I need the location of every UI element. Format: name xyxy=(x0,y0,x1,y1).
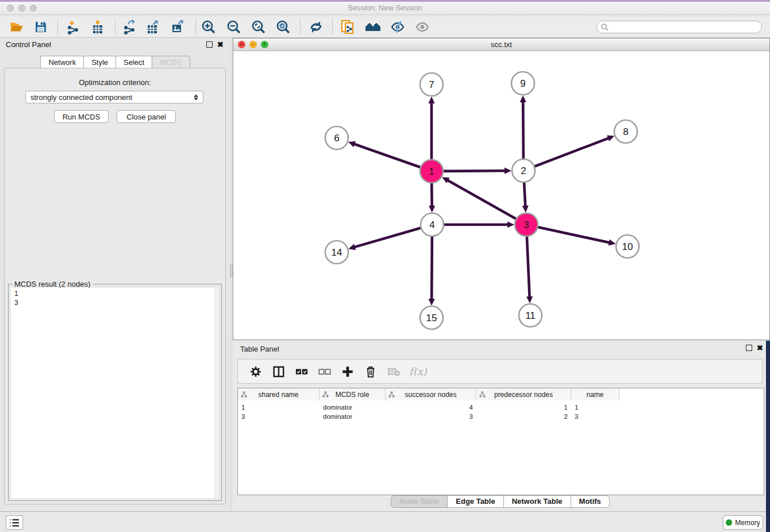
table-cell[interactable]: 3 xyxy=(238,412,319,421)
network-canvas[interactable]: 7968124314101511 xyxy=(233,51,769,340)
tab-mcds[interactable]: MCDS xyxy=(152,56,190,69)
delete-columns-icon[interactable] xyxy=(363,364,378,379)
main-toolbar xyxy=(0,17,770,38)
graph-edge-arrowhead xyxy=(507,221,514,228)
function-builder-icon[interactable]: f(x) xyxy=(409,365,427,377)
open-session-icon[interactable] xyxy=(8,18,25,36)
graph-edge-1-6[interactable] xyxy=(353,144,422,168)
memory-button[interactable]: Memory xyxy=(723,515,763,530)
zoom-out-icon[interactable] xyxy=(225,18,242,36)
search-field[interactable] xyxy=(596,21,762,33)
close-table-panel-icon[interactable]: ✖ xyxy=(757,345,763,351)
graph-edge-3-10[interactable] xyxy=(537,227,610,243)
column-header-mcds-role[interactable]: MCDS role xyxy=(319,388,386,400)
search-input[interactable] xyxy=(609,23,761,31)
table-settings-icon[interactable] xyxy=(248,364,263,379)
hide-selected-icon[interactable] xyxy=(389,18,406,36)
graph-edge-2-3[interactable] xyxy=(524,181,525,207)
column-header-label: name xyxy=(586,391,603,399)
tab-edge-table[interactable]: Edge Table xyxy=(447,495,503,508)
mcds-result-title: MCDS result (2 nodes) xyxy=(12,280,93,288)
tab-style[interactable]: Style xyxy=(83,56,116,69)
float-table-panel-icon[interactable] xyxy=(746,345,752,351)
close-panel-button[interactable]: Close panel xyxy=(117,110,176,123)
zoom-fit-icon[interactable] xyxy=(250,18,267,36)
status-bar: Memory xyxy=(0,511,770,532)
table-cell[interactable]: 4 xyxy=(386,403,476,412)
float-panel-icon[interactable] xyxy=(206,41,213,48)
select-stepper-icon xyxy=(194,94,198,101)
table-panel-title: Table Panel xyxy=(240,345,279,353)
tab-node-table[interactable]: Node Table xyxy=(391,495,448,508)
tab-select[interactable]: Select xyxy=(116,56,152,69)
table-panel-tabs: Node TableEdge TableNetwork TableMotifs xyxy=(233,495,767,508)
zoom-in-icon[interactable] xyxy=(200,18,217,36)
result-line: 3 xyxy=(14,298,214,307)
desktop-background xyxy=(766,341,770,532)
graph-edge-arrowhead xyxy=(348,244,356,250)
tab-network[interactable]: Network xyxy=(40,56,84,69)
graph-edge-2-8[interactable] xyxy=(533,138,609,167)
column-header-predecessor-nodes[interactable]: predecessor nodes xyxy=(476,388,571,400)
graph-edge-1-2[interactable] xyxy=(442,171,506,171)
task-history-button[interactable] xyxy=(6,515,23,530)
unselect-all-columns-icon[interactable] xyxy=(317,364,332,379)
tab-network-table[interactable]: Network Table xyxy=(503,495,571,508)
table-cell[interactable]: dominator xyxy=(319,403,386,412)
home-view-icon[interactable] xyxy=(364,18,382,36)
close-window-icon[interactable] xyxy=(7,5,14,11)
minimize-window-icon[interactable] xyxy=(18,5,25,11)
graph-edge-4-15[interactable] xyxy=(432,235,432,300)
run-mcds-button[interactable]: Run MCDS xyxy=(54,110,109,123)
import-table-icon[interactable] xyxy=(89,18,106,36)
zoom-selected-icon[interactable] xyxy=(275,18,292,36)
show-columns-icon[interactable] xyxy=(271,364,286,379)
show-all-icon[interactable] xyxy=(414,18,431,36)
import-network-icon[interactable] xyxy=(64,18,82,36)
delete-table-icon[interactable] xyxy=(386,364,401,379)
network-window-titlebar[interactable]: × − + scc.txt xyxy=(233,38,769,51)
graph-edge-4-14[interactable] xyxy=(354,228,422,247)
graph-node-label: 4 xyxy=(429,219,434,230)
table-cell[interactable]: 3 xyxy=(571,412,619,421)
optimization-criterion-select[interactable]: strongly connected component xyxy=(25,91,203,103)
table-cell[interactable]: 1 xyxy=(571,403,619,412)
select-all-columns-icon[interactable] xyxy=(294,364,309,379)
zoom-window-icon[interactable] xyxy=(30,5,37,11)
export-image-icon[interactable] xyxy=(170,18,187,36)
column-header-successor-nodes[interactable]: successor nodes xyxy=(386,388,476,400)
table-cell[interactable]: dominator xyxy=(319,412,386,421)
table-row[interactable]: 1dominator411 xyxy=(238,403,619,412)
table-cell[interactable]: 3 xyxy=(386,412,476,421)
traffic-lights[interactable] xyxy=(7,5,41,13)
toolbar-separator xyxy=(57,19,58,34)
column-header-label: successor nodes xyxy=(405,391,456,399)
save-session-icon[interactable] xyxy=(32,18,49,36)
export-table-icon[interactable] xyxy=(145,18,162,36)
column-header-shared-name[interactable]: shared name xyxy=(238,388,319,400)
mcds-result-scrollbar[interactable] xyxy=(214,288,219,498)
graph-edge-arrowhead xyxy=(428,97,434,103)
close-panel-icon[interactable]: ✖ xyxy=(217,41,224,48)
control-panel: Control Panel ✖ NetworkStyleSelectMCDS O… xyxy=(0,38,230,511)
column-header-name[interactable]: name xyxy=(571,388,619,400)
create-column-icon[interactable] xyxy=(340,364,355,379)
mcds-result-textarea[interactable]: 13 xyxy=(11,288,214,498)
graph-node-label: 9 xyxy=(520,78,525,89)
graph-edge-3-11[interactable] xyxy=(527,235,530,298)
clone-network-icon[interactable] xyxy=(339,18,356,36)
table-cell[interactable]: 1 xyxy=(238,403,319,412)
tab-motifs[interactable]: Motifs xyxy=(571,495,610,508)
application-window: Session: New Session xyxy=(0,0,770,532)
toolbar-separator xyxy=(195,19,196,34)
graph-edge-3-1[interactable] xyxy=(447,180,517,219)
table-cell[interactable]: 1 xyxy=(476,403,571,412)
graph-node-label: 7 xyxy=(429,79,434,90)
list-icon xyxy=(9,518,20,527)
apply-layout-icon[interactable] xyxy=(307,18,325,36)
table-cell[interactable]: 2 xyxy=(476,412,571,421)
table-row[interactable]: 3dominator323 xyxy=(238,412,619,421)
export-network-icon[interactable] xyxy=(121,18,138,36)
graph-edge-2-9[interactable] xyxy=(523,101,523,160)
memory-label: Memory xyxy=(735,519,760,527)
